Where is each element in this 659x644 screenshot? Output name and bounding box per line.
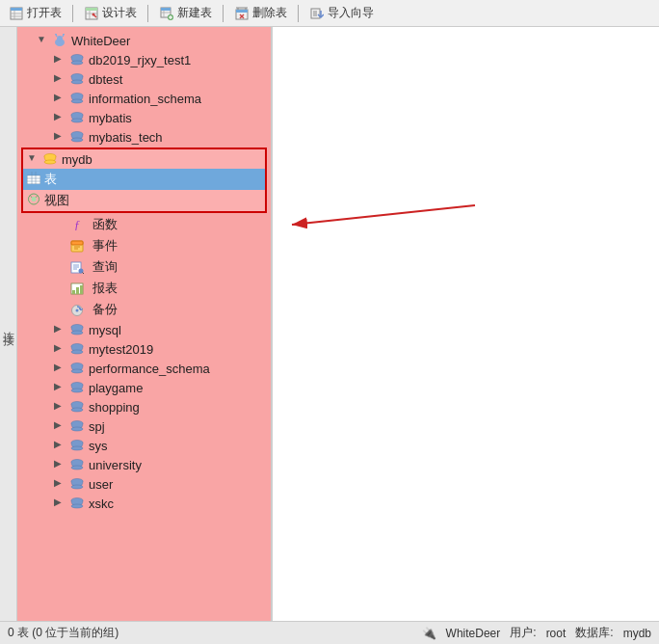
expand-icon-dbtest: ▶ bbox=[54, 72, 67, 86]
db-item-mysql[interactable]: ▶ mysql bbox=[17, 320, 271, 339]
main-container: 打开表 设计表 bbox=[0, 0, 659, 644]
svg-point-76 bbox=[76, 309, 79, 311]
events-icon bbox=[69, 238, 85, 254]
db-item-mybatis-tech[interactable]: ▶ mybatis_tech bbox=[17, 127, 271, 147]
db-item-university[interactable]: ▶ university bbox=[17, 455, 271, 474]
db-label-sys: sys bbox=[89, 439, 108, 453]
mydb-queries[interactable]: 查询 bbox=[17, 256, 271, 278]
expand-icon-db2019: ▶ bbox=[54, 53, 67, 67]
db-icon-db2019 bbox=[69, 52, 85, 67]
mydb-reports[interactable]: 报表 bbox=[17, 278, 271, 299]
db-item-xskc[interactable]: ▶ xskc bbox=[17, 494, 271, 513]
db-item-sys[interactable]: ▶ sys bbox=[17, 436, 271, 455]
mydb-group: ▼ mydb bbox=[21, 148, 267, 213]
new-table-btn[interactable]: 新建表 bbox=[156, 4, 215, 22]
open-table-icon bbox=[9, 6, 24, 21]
mydb-views[interactable]: 视图 bbox=[23, 190, 265, 211]
content-area: 连接 ▼ Whit bbox=[0, 27, 659, 621]
svg-point-84 bbox=[71, 389, 83, 392]
db-item-mytest2019[interactable]: ▶ mytest2019 bbox=[17, 339, 271, 359]
expand-icon-info: ▶ bbox=[54, 92, 67, 105]
svg-line-37 bbox=[64, 34, 65, 35]
root-node[interactable]: ▼ WhiteDeer bbox=[17, 31, 271, 50]
mydb-backups[interactable]: 备份 bbox=[17, 299, 271, 320]
db-icon-mytest2019 bbox=[69, 341, 85, 357]
views-icon bbox=[27, 193, 40, 208]
db-icon-mybatis bbox=[69, 110, 85, 125]
design-table-icon bbox=[84, 6, 99, 21]
new-table-label: 新建表 bbox=[177, 5, 212, 21]
svg-point-45 bbox=[71, 119, 83, 122]
db-icon-xskc bbox=[69, 496, 85, 511]
expand-icon-mybatis-tech: ▶ bbox=[54, 130, 67, 144]
design-table-btn[interactable]: 设计表 bbox=[81, 4, 140, 22]
backups-icon bbox=[69, 302, 85, 317]
sep2 bbox=[147, 5, 148, 22]
status-user: root bbox=[546, 627, 567, 640]
expand-icon-xskc: ▶ bbox=[54, 496, 67, 510]
svg-rect-1 bbox=[11, 8, 22, 11]
db-item-shopping[interactable]: ▶ shopping bbox=[17, 397, 271, 416]
toolbar: 打开表 设计表 bbox=[0, 0, 659, 27]
queries-icon bbox=[69, 259, 85, 275]
db-icon-spj bbox=[69, 418, 85, 434]
db-label-playgame: playgame bbox=[89, 381, 143, 395]
tree-panel[interactable]: ▼ WhiteDeer ▶ bbox=[17, 27, 273, 621]
sep3 bbox=[223, 5, 224, 22]
status-server: WhiteDeer bbox=[446, 627, 501, 640]
db-label-user: user bbox=[89, 477, 113, 492]
mydb-events[interactable]: 事件 bbox=[17, 235, 271, 256]
open-table-btn[interactable]: 打开表 bbox=[6, 4, 65, 22]
status-user-label: 用户: bbox=[510, 625, 536, 641]
reports-icon bbox=[69, 281, 85, 296]
db-item-perf[interactable]: ▶ performance_schema bbox=[17, 359, 271, 378]
db-item-playgame[interactable]: ▶ playgame bbox=[17, 378, 271, 397]
svg-point-43 bbox=[71, 99, 83, 103]
whitedeer-icon bbox=[52, 33, 67, 48]
expand-icon-mydb: ▼ bbox=[27, 152, 40, 166]
svg-point-47 bbox=[71, 138, 83, 142]
import-btn[interactable]: 导入向导 bbox=[306, 4, 377, 22]
svg-point-86 bbox=[71, 408, 83, 412]
svg-rect-74 bbox=[80, 285, 83, 294]
delete-table-icon bbox=[234, 6, 250, 21]
db-label-mysql: mysql bbox=[89, 323, 121, 337]
expand-icon-mybatis: ▶ bbox=[54, 111, 67, 124]
svg-line-70 bbox=[83, 272, 85, 274]
svg-point-92 bbox=[71, 466, 83, 470]
db-label-db2019: db2019_rjxy_test1 bbox=[89, 53, 191, 67]
mydb-tables[interactable]: 表 bbox=[23, 169, 265, 190]
db-icon-perf bbox=[69, 361, 85, 376]
db-label-mybatis-tech: mybatis_tech bbox=[89, 130, 163, 145]
db-item-info[interactable]: ▶ information_schema bbox=[17, 89, 271, 108]
db-label-mybatis: mybatis bbox=[89, 111, 132, 125]
expand-icon-university: ▶ bbox=[54, 458, 67, 471]
svg-point-88 bbox=[71, 427, 83, 431]
svg-line-98 bbox=[292, 205, 475, 225]
expand-icon-perf: ▶ bbox=[54, 362, 67, 375]
delete-table-btn[interactable]: 删除表 bbox=[231, 4, 290, 22]
db-icon-playgame bbox=[69, 380, 85, 395]
db-label-dbtest: dbtest bbox=[89, 72, 122, 87]
db-item-spj[interactable]: ▶ spj bbox=[17, 416, 271, 436]
table-count: 0 表 (0 位于当前的组) bbox=[8, 625, 119, 641]
sidebar-label: 连接 bbox=[0, 27, 17, 621]
expand-icon-user: ▶ bbox=[54, 477, 67, 491]
db-item-mybatis[interactable]: ▶ mybatis bbox=[17, 108, 271, 127]
db-icon-user bbox=[69, 476, 85, 492]
svg-point-31 bbox=[57, 36, 63, 41]
mydb-functions[interactable]: ƒ 函数 bbox=[17, 214, 271, 235]
expand-icon-mytest2019: ▶ bbox=[54, 342, 67, 356]
events-label: 事件 bbox=[92, 237, 118, 255]
db-icon-mysql bbox=[69, 322, 85, 337]
svg-point-80 bbox=[71, 350, 83, 354]
db-item-dbtest[interactable]: ▶ dbtest bbox=[17, 69, 271, 89]
expand-icon: ▼ bbox=[37, 34, 50, 47]
svg-line-33 bbox=[63, 35, 64, 37]
svg-point-10 bbox=[92, 13, 95, 15]
db-item-db2019[interactable]: ▶ db2019_rjxy_test1 bbox=[17, 50, 271, 69]
delete-table-label: 删除表 bbox=[252, 5, 287, 21]
db-label-mydb: mydb bbox=[62, 152, 92, 167]
db-item-user[interactable]: ▶ user bbox=[17, 474, 271, 494]
db-item-mydb[interactable]: ▼ mydb bbox=[23, 149, 265, 169]
